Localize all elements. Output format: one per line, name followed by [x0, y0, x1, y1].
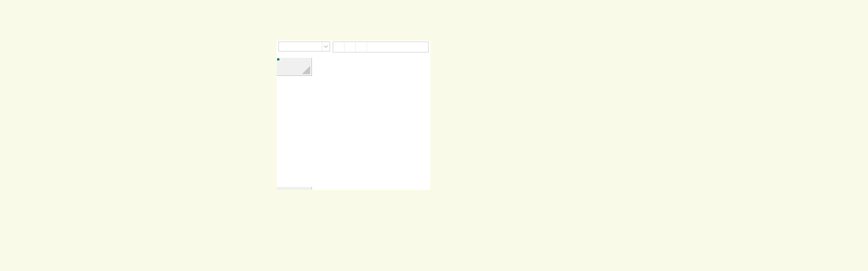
- name-box[interactable]: [278, 42, 330, 51]
- select-all-triangle-icon: [302, 66, 310, 74]
- cancel-button[interactable]: [333, 42, 344, 52]
- formula-input[interactable]: [367, 42, 428, 52]
- select-all-corner[interactable]: [277, 58, 312, 76]
- spreadsheet-panel: [277, 41, 430, 190]
- formula-controls: [333, 42, 429, 52]
- insert-function-button[interactable]: [356, 42, 367, 52]
- row-header-overflow: [277, 187, 312, 190]
- formula-bar: [277, 41, 430, 54]
- name-box-dropdown-icon[interactable]: [322, 42, 330, 51]
- spreadsheet-grid: [277, 58, 430, 190]
- fill-handle[interactable]: [277, 58, 280, 61]
- enter-button[interactable]: [344, 42, 356, 52]
